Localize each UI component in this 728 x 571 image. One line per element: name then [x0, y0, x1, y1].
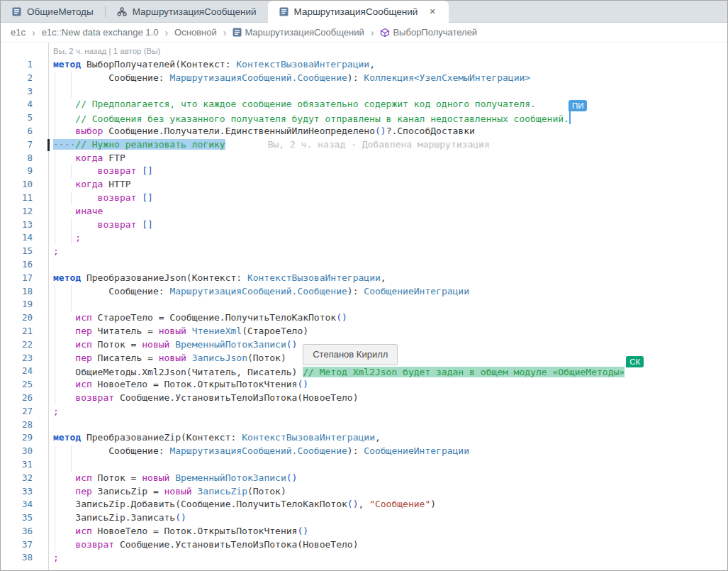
- code-line-21[interactable]: 21 пер Читатель = новый ЧтениеXml(Старое…: [1, 325, 727, 338]
- line-number[interactable]: 28: [1, 418, 33, 432]
- line-number[interactable]: 29: [1, 431, 33, 445]
- breadcrumb: e1c›e1c::New data exchange 1.0›Основной›…: [1, 23, 727, 43]
- breadcrumb-item[interactable]: e1c::New data exchange 1.0: [42, 27, 159, 38]
- code-text: ЗаписьZip.Добавить(Сообщение.ПолучитьТел…: [53, 498, 436, 511]
- line-number[interactable]: 15: [1, 245, 33, 258]
- line-number[interactable]: 27: [1, 405, 33, 418]
- code-line-16[interactable]: 16: [1, 258, 727, 272]
- line-number[interactable]: 22: [1, 338, 33, 352]
- line-number[interactable]: 17: [1, 272, 33, 285]
- line-number[interactable]: 5: [1, 111, 33, 125]
- line-number[interactable]: 12: [1, 205, 33, 218]
- line-number[interactable]: 32: [1, 472, 33, 485]
- code-line-4[interactable]: 4 // Предполагается, что каждое сообщени…: [1, 98, 727, 111]
- line-number[interactable]: 24: [1, 365, 33, 378]
- code-text: исп Поток = новый ВременныйПотокЗаписи(): [53, 472, 297, 485]
- line-number[interactable]: 38: [1, 551, 33, 565]
- code-line-29[interactable]: 29метод ПреобразованиеZip(Контекст: Конт…: [1, 431, 727, 445]
- tab-close-icon[interactable]: ✕: [427, 6, 437, 17]
- line-number[interactable]: 11: [1, 192, 33, 205]
- code-token: ЗаписьZip.Записать: [53, 512, 175, 523]
- line-number[interactable]: 21: [1, 325, 33, 338]
- line-number[interactable]: 34: [1, 498, 33, 511]
- line-number[interactable]: 23: [1, 352, 33, 365]
- line-number[interactable]: 31: [1, 458, 33, 472]
- code-token: исп: [53, 472, 92, 483]
- code-line-25[interactable]: 25 исп НовоеТело = Поток.ОткрытьПотокЧте…: [1, 378, 727, 392]
- line-number[interactable]: 30: [1, 445, 33, 458]
- code-line-6[interactable]: 6 выбор Сообщение.Получатели.Единственны…: [1, 125, 727, 138]
- code-line-36[interactable]: 36 исп НовоеТело = Поток.ОткрытьПотокЧте…: [1, 525, 727, 538]
- code-line-34[interactable]: 34 ЗаписьZip.Добавить(Сообщение.Получить…: [1, 498, 727, 511]
- breadcrumb-item[interactable]: Основной: [174, 27, 217, 38]
- code-line-19[interactable]: 19: [1, 298, 727, 311]
- line-number[interactable]: 19: [1, 298, 33, 311]
- line-number[interactable]: 10: [1, 178, 33, 192]
- code-line-5[interactable]: 5 // Сообщения без указанного получателя…: [1, 111, 727, 125]
- code-line-7[interactable]: 7····// Нужно реализовать логикуВы, 2 ч.…: [1, 138, 727, 152]
- tab-1[interactable]: ОбщиеМетоды: [1, 1, 105, 22]
- indent-guide: [71, 85, 72, 99]
- code-token: когда: [53, 153, 103, 163]
- code-line-11[interactable]: 11 возврат []: [1, 192, 727, 205]
- line-number[interactable]: 7: [1, 138, 33, 152]
- line-number[interactable]: 35: [1, 511, 33, 525]
- line-number[interactable]: 4: [1, 98, 33, 111]
- line-number[interactable]: 1: [1, 58, 33, 72]
- code-editor[interactable]: Вы, 2 ч. назад | 1 автор (Вы) 1метод Выб…: [1, 43, 727, 571]
- line-number[interactable]: 36: [1, 525, 33, 538]
- code-line-3[interactable]: 3: [1, 85, 727, 99]
- code-line-38[interactable]: 38;: [1, 551, 727, 565]
- line-number[interactable]: 20: [1, 311, 33, 325]
- breadcrumb-item[interactable]: МаршрутизацияСообщений: [233, 27, 364, 38]
- breadcrumb-item[interactable]: ВыборПолучателей: [380, 27, 477, 38]
- line-number[interactable]: 13: [1, 218, 33, 232]
- code-line-35[interactable]: 35 ЗаписьZip.Записать(): [1, 511, 727, 525]
- code-token: возврат: [53, 219, 136, 230]
- line-number[interactable]: 26: [1, 392, 33, 405]
- code-line-28[interactable]: 28: [1, 418, 727, 432]
- code-line-32[interactable]: 32 исп Поток = новый ВременныйПотокЗапис…: [1, 472, 727, 485]
- line-number[interactable]: 3: [1, 85, 33, 99]
- code-line-14[interactable]: 14 ;: [1, 231, 727, 245]
- code-text: ;: [53, 551, 59, 565]
- code-line-20[interactable]: 20 исп СтароеТело = Сообщение.ПолучитьТе…: [1, 311, 727, 325]
- line-number[interactable]: 8: [1, 152, 33, 165]
- code-token: (Поток): [247, 353, 286, 363]
- code-line-10[interactable]: 10 когда HTTP: [1, 178, 727, 192]
- code-token: новый: [164, 486, 192, 497]
- code-line-27[interactable]: 27;: [1, 405, 727, 418]
- code-line-12[interactable]: 12 иначе: [1, 205, 727, 218]
- code-token: ,: [369, 59, 375, 70]
- line-number[interactable]: 18: [1, 285, 33, 299]
- line-number[interactable]: 9: [1, 165, 33, 178]
- tab-2[interactable]: МаршрутизацияСообщений: [106, 1, 268, 22]
- line-number[interactable]: 6: [1, 125, 33, 138]
- line-number[interactable]: 33: [1, 485, 33, 499]
- line-number[interactable]: 2: [1, 72, 33, 85]
- code-line-13[interactable]: 13 возврат []: [1, 218, 727, 232]
- code-line-2[interactable]: 2 Сообщение: МаршрутизацияСообщений.Сооб…: [1, 72, 727, 85]
- line-number[interactable]: 14: [1, 231, 33, 245]
- code-line-31[interactable]: 31: [1, 458, 727, 472]
- code-text: выбор Сообщение.Получатели.ЕдинственныйИ…: [53, 125, 475, 138]
- code-line-24[interactable]: 24 ОбщиеМетоды.Xml2Json(Читатель, Писате…: [1, 365, 727, 378]
- line-number[interactable]: 25: [1, 378, 33, 392]
- code-line-33[interactable]: 33 пер ЗаписьZip = новый ЗаписьZip(Поток…: [1, 485, 727, 499]
- code-line-15[interactable]: 15;: [1, 245, 727, 258]
- line-number[interactable]: 37: [1, 538, 33, 552]
- line-number[interactable]: 16: [1, 258, 33, 272]
- breadcrumb-item[interactable]: e1c: [11, 27, 26, 38]
- code-token: ?.СпособДоставки: [386, 126, 475, 136]
- code-line-30[interactable]: 30 Сообщение: МаршрутизацияСообщений.Соо…: [1, 445, 727, 458]
- code-line-18[interactable]: 18 Сообщение: МаршрутизацияСообщений.Соо…: [1, 285, 727, 299]
- code-line-1[interactable]: 1метод ВыборПолучателей(Контекст: Контек…: [1, 58, 727, 72]
- code-line-37[interactable]: 37 возврат Сообщение.УстановитьТелоИзПот…: [1, 538, 727, 552]
- code-line-17[interactable]: 17метод ПреобразованиеJson(Контекст: Кон…: [1, 272, 727, 285]
- tab-3[interactable]: МаршрутизацияСообщений✕: [268, 1, 449, 23]
- code-line-26[interactable]: 26 возврат Сообщение.УстановитьТелоИзПот…: [1, 392, 727, 405]
- indent-guide: [71, 458, 72, 472]
- remote-caret-pi: ПИ: [569, 111, 571, 124]
- code-line-9[interactable]: 9 возврат []: [1, 165, 727, 178]
- code-line-8[interactable]: 8 когда FTP: [1, 152, 727, 165]
